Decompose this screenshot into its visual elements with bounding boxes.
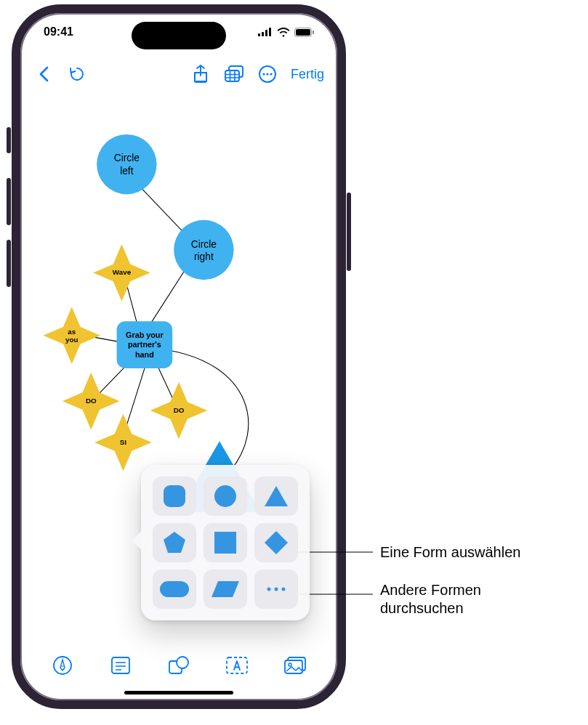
svg-rect-42 [164,485,185,507]
svg-point-48 [282,588,286,591]
shape-triangle[interactable] [254,477,298,516]
share-icon [193,65,209,84]
shape-capsule[interactable] [153,570,196,609]
svg-text:Circle: Circle [114,153,140,163]
svg-rect-59 [285,660,302,673]
svg-rect-57 [227,657,247,673]
dynamic-island [132,22,226,49]
svg-rect-0 [258,33,260,36]
svg-rect-51 [112,657,129,673]
power-button [347,193,351,271]
svg-text:left: left [120,166,134,177]
more-button[interactable] [254,61,281,87]
svg-point-43 [214,485,236,507]
status-time: 09:41 [44,25,73,39]
svg-text:right: right [194,251,214,262]
volume-up [7,178,11,225]
note-tool[interactable] [106,651,135,680]
wifi-icon [277,28,290,37]
svg-rect-45 [160,581,189,597]
text-tool[interactable] [222,651,251,680]
ellipsis-icon [265,586,287,593]
done-button[interactable]: Fertig [288,67,327,82]
shape-diamond[interactable] [254,523,298,562]
svg-point-47 [275,588,278,591]
svg-line-23 [125,364,145,429]
svg-point-15 [262,73,265,75]
svg-point-17 [270,73,272,75]
text-box-icon [226,657,248,674]
shapes-tool[interactable] [164,651,193,680]
back-button[interactable] [31,61,57,87]
shape-pentagon[interactable] [153,523,196,562]
chevron-left-icon [39,66,49,82]
callout-browse-shapes: Andere Formendurchsuchen [380,581,481,617]
svg-point-25 [97,134,156,194]
svg-text:DO: DO [174,406,185,414]
svg-point-46 [267,588,271,591]
battery-icon [294,28,314,37]
media-tool[interactable] [281,651,310,680]
status-icons [258,28,314,37]
svg-rect-1 [262,32,264,36]
svg-text:SI: SI [120,438,127,446]
undo-button[interactable] [64,61,90,87]
svg-text:Circle: Circle [191,239,217,250]
svg-point-56 [177,657,188,668]
svg-rect-3 [269,28,271,36]
shape-square[interactable] [204,523,247,562]
bottom-toolbar [20,648,337,683]
photo-icon [284,657,306,674]
svg-rect-5 [296,29,310,36]
svg-rect-6 [313,31,314,34]
svg-rect-2 [265,30,267,36]
volume-down [7,240,11,287]
volume-switch [7,127,11,153]
ellipsis-circle-icon [258,65,277,84]
svg-text:partner's: partner's [128,340,161,349]
shape-circle[interactable] [204,477,247,516]
svg-text:hand: hand [135,350,154,359]
phone-frame: 09:41 [12,4,346,709]
draw-tool[interactable] [48,651,77,680]
shapes-icon [169,656,189,675]
cellular-icon [258,28,273,36]
shape-parallelogram[interactable] [204,570,247,609]
svg-text:Wave: Wave [113,268,132,276]
svg-text:Grab your: Grab your [126,331,164,339]
boards-icon [225,65,243,83]
shapes-popover [141,465,310,620]
sticky-note-icon [111,657,130,674]
top-toolbar: Fertig [20,58,337,90]
svg-text:DO: DO [86,397,97,405]
callout-select-shape: Eine Form auswählen [380,543,520,562]
svg-text:as: as [68,328,76,336]
svg-point-16 [266,73,268,75]
undo-icon [68,65,86,83]
shape-more-button[interactable] [254,570,298,609]
shape-rounded-square[interactable] [153,477,196,516]
svg-rect-9 [225,70,239,81]
boards-button[interactable] [221,61,247,87]
home-indicator [124,691,233,694]
svg-rect-44 [214,532,236,554]
pen-icon [53,656,72,675]
svg-point-28 [174,220,233,280]
share-button[interactable] [188,61,214,87]
svg-text:you: you [65,336,78,344]
